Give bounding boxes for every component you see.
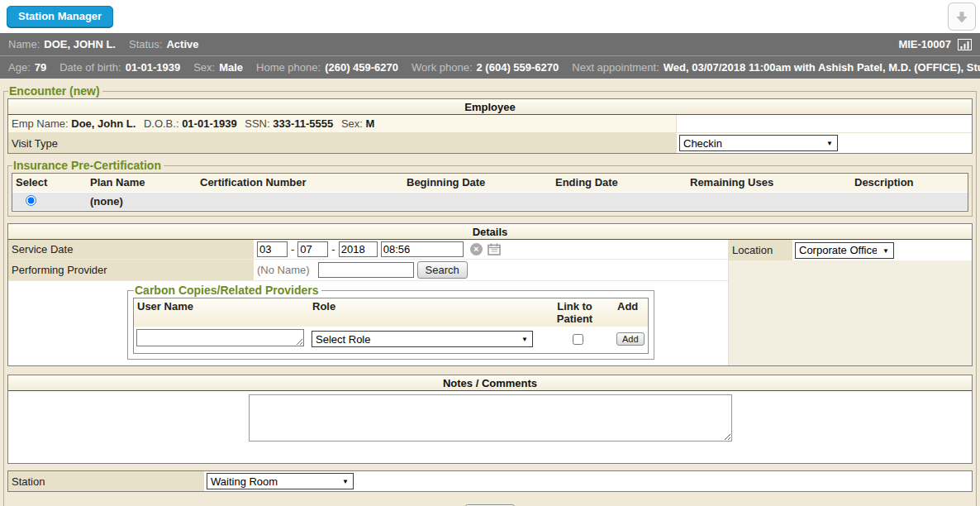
- sex-value: Male: [219, 61, 243, 74]
- insurance-header-row: Select Plan Name Certification Number Be…: [12, 174, 968, 192]
- patient-name: DOE, JOHN L.: [44, 38, 116, 50]
- employee-header: Employee: [8, 99, 972, 115]
- service-date-month-input[interactable]: [257, 241, 288, 257]
- emp-dob-value: 01-01-1939: [182, 117, 237, 130]
- col-select: Select: [12, 175, 87, 189]
- station-label: Station: [8, 471, 203, 491]
- service-date-day-input[interactable]: [297, 241, 328, 257]
- col-plan-name: Plan Name: [87, 175, 197, 189]
- home-phone-label: Home phone:: [256, 61, 321, 74]
- col-ending-date: Ending Date: [552, 175, 687, 189]
- name-label: Name:: [8, 38, 40, 50]
- dob-value: 01-01-1939: [126, 61, 181, 74]
- location-select[interactable]: Corporate Office: [795, 242, 894, 259]
- cc-role-select[interactable]: Select Role: [312, 331, 533, 347]
- carbon-copies-fieldset: Carbon Copies/Related Providers User Nam…: [127, 284, 654, 360]
- demographics-bar: Age: 79 Date of birth: 01-01-1939 Sex: M…: [0, 56, 980, 79]
- insurance-table: Select Plan Name Certification Number Be…: [12, 173, 968, 212]
- home-phone-value: (260) 459-6270: [325, 61, 398, 74]
- cc-link-to-patient-checkbox[interactable]: [573, 334, 583, 345]
- employee-summary-row: Emp Name: Doe, John L. D.O.B.: 01-01-193…: [8, 115, 972, 133]
- work-phone-label: Work phone:: [412, 61, 472, 74]
- visit-type-label: Visit Type: [8, 133, 676, 153]
- emp-name-label: Emp Name:: [12, 117, 69, 130]
- service-date-label: Service Date: [8, 240, 254, 259]
- date-separator: -: [291, 243, 294, 255]
- employee-panel: Employee Emp Name: Doe, John L. D.O.B.: …: [7, 98, 973, 154]
- insurance-fieldset: Insurance Pre-Certification Select Plan …: [7, 159, 973, 217]
- carbon-copies-input-row: Select Role Add: [134, 327, 648, 353]
- station-select[interactable]: Waiting Room: [207, 473, 354, 489]
- details-panel: Details Service Date - - ×: [7, 223, 973, 366]
- provider-no-name-text: (No Name): [257, 264, 310, 276]
- service-date-year-input[interactable]: [339, 241, 378, 257]
- emp-sex-value: M: [366, 117, 375, 130]
- col-description: Description: [851, 175, 968, 189]
- next-appointment-value: Wed, 03/07/2018 11:00am with Ashish Pate…: [664, 61, 980, 74]
- notes-textarea[interactable]: [249, 394, 732, 442]
- emp-ssn-label: SSN:: [245, 117, 269, 130]
- encounter-fieldset: Encounter (new) Employee Emp Name: Doe, …: [3, 84, 977, 506]
- station-panel: Station Waiting Room: [7, 470, 973, 492]
- carbon-copies-header-row: User Name Role Link to Patient Add: [134, 298, 648, 327]
- emp-dob-label: D.O.B.:: [144, 117, 179, 130]
- station-manager-button[interactable]: Station Manager: [7, 6, 113, 27]
- emp-sex-label: Sex:: [341, 117, 363, 130]
- patient-status: Active: [166, 38, 198, 50]
- precert-none-radio[interactable]: [26, 195, 36, 206]
- chart-id: MIE-10007: [898, 38, 951, 50]
- sex-label: Sex:: [193, 61, 215, 74]
- col-user-name: User Name: [134, 298, 309, 327]
- visit-type-row: Visit Type Checkin: [8, 133, 972, 153]
- service-date-row: Service Date - - ×: [8, 240, 728, 260]
- emp-name-value: Doe, John L.: [71, 117, 136, 130]
- age-label: Age:: [8, 61, 31, 74]
- col-add: Add: [614, 298, 648, 327]
- next-appointment-label: Next appointment:: [572, 61, 659, 74]
- main-content: Encounter (new) Employee Emp Name: Doe, …: [0, 79, 980, 506]
- calendar-icon[interactable]: [488, 243, 501, 255]
- cc-user-name-input[interactable]: [136, 329, 304, 346]
- date-separator: -: [331, 243, 335, 255]
- service-time-input[interactable]: [381, 241, 464, 257]
- cc-add-button[interactable]: Add: [616, 332, 645, 346]
- visit-type-select[interactable]: Checkin: [679, 135, 838, 151]
- emp-ssn-value: 333-11-5555: [273, 117, 333, 130]
- patient-name-bar: Name: DOE, JOHN L. Status: Active MIE-10…: [0, 33, 980, 56]
- status-label: Status:: [129, 38, 162, 50]
- encounter-legend: Encounter (new): [8, 84, 102, 98]
- col-beginning-date: Beginning Date: [403, 175, 552, 189]
- age-value: 79: [35, 61, 46, 74]
- insurance-row-none: (none): [12, 192, 968, 211]
- insurance-legend: Insurance Pre-Certification: [12, 159, 164, 172]
- col-link-to-patient: Link to Patient: [535, 298, 614, 327]
- clear-date-icon[interactable]: ×: [470, 243, 483, 255]
- carbon-copies-holder: Carbon Copies/Related Providers User Nam…: [8, 281, 728, 365]
- carbon-copies-legend: Carbon Copies/Related Providers: [134, 284, 321, 297]
- location-row: Location Corporate Office: [729, 240, 972, 260]
- col-certification-number: Certification Number: [197, 175, 403, 189]
- dob-label: Date of birth:: [59, 61, 121, 74]
- work-phone-value: 2 (604) 559-6270: [477, 61, 559, 74]
- performing-provider-row: Performing Provider (No Name) Search: [8, 260, 728, 281]
- top-toolbar: Station Manager: [0, 0, 980, 33]
- precert-plan-name: (none): [87, 195, 197, 208]
- notes-header: Notes / Comments: [8, 375, 972, 391]
- notes-panel: Notes / Comments: [7, 375, 973, 464]
- location-label: Location: [729, 240, 792, 260]
- details-header: Details: [8, 224, 972, 240]
- provider-search-input[interactable]: [318, 262, 414, 278]
- download-button[interactable]: [948, 2, 976, 31]
- col-remaining-uses: Remaining Uses: [687, 175, 851, 189]
- employee-summary: Emp Name: Doe, John L. D.O.B.: 01-01-193…: [8, 115, 676, 132]
- bar-chart-icon[interactable]: [958, 39, 972, 50]
- down-arrow-icon: [954, 8, 970, 25]
- col-role: Role: [309, 298, 535, 327]
- performing-provider-label: Performing Provider: [8, 260, 254, 280]
- details-right-column: Location Corporate Office: [728, 240, 972, 365]
- provider-search-button[interactable]: Search: [417, 261, 468, 279]
